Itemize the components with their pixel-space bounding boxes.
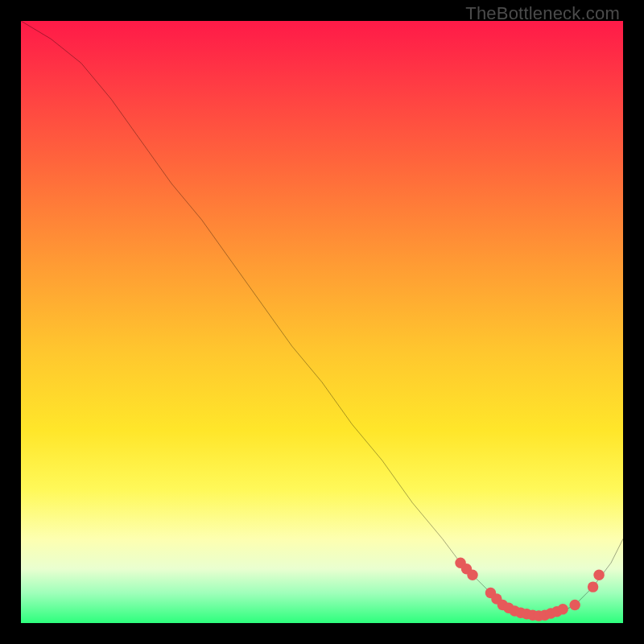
chart-frame: TheBottleneck.com [0, 0, 644, 644]
highlighted-points [455, 557, 605, 621]
marker-point [467, 569, 477, 580]
marker-point [557, 604, 568, 614]
bottleneck-curve [21, 21, 623, 617]
marker-point [569, 600, 580, 610]
marker-point [588, 581, 598, 592]
plot-area [21, 21, 623, 623]
curve-svg [21, 21, 623, 623]
marker-point [593, 569, 604, 580]
